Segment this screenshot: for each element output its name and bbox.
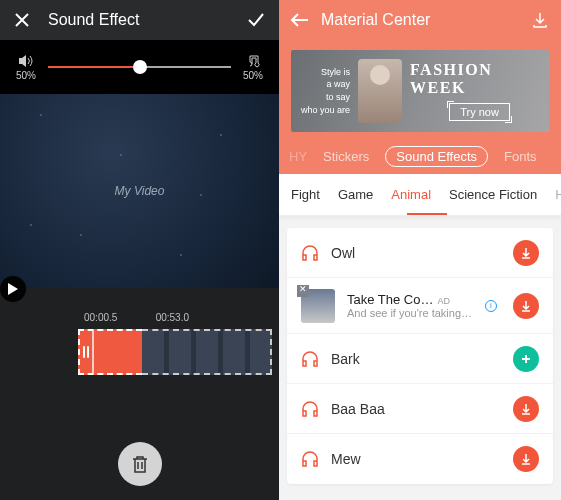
ad-row[interactable]: Take The Co…AD And see if you're taking …	[287, 278, 553, 334]
headphones-icon	[301, 351, 319, 367]
tab-more[interactable]: H	[555, 187, 561, 202]
sound-list: Owl Take The Co…AD And see if you're tak…	[279, 216, 561, 500]
sound-label: Baa Baa	[331, 401, 501, 417]
original-audio-end: 50%	[16, 54, 36, 81]
banner-headline: FASHION WEEK	[410, 61, 549, 97]
video-preview[interactable]: My Video	[0, 94, 279, 288]
mixer-slider[interactable]	[48, 55, 231, 79]
end-time: 00:53.0	[156, 312, 189, 323]
sound-label: Bark	[331, 351, 501, 367]
editor-header: Sound Effect	[0, 0, 279, 40]
download-all-icon[interactable]	[531, 11, 549, 29]
ad-tag: AD	[437, 296, 450, 306]
list-item[interactable]: Baa Baa	[287, 384, 553, 434]
tab-game[interactable]: Game	[338, 187, 373, 202]
banner-cta[interactable]: Try now	[449, 103, 510, 121]
headphones-icon	[301, 451, 319, 467]
mc-title: Material Center	[321, 11, 519, 29]
category-fonts[interactable]: Fonts	[504, 149, 537, 164]
sound-label: Mew	[331, 451, 501, 467]
ad-info-icon[interactable]: i	[485, 300, 497, 312]
category-tabs: HY Stickers Sound Effects Fonts	[279, 138, 561, 174]
ad-thumb	[301, 289, 335, 323]
delete-button[interactable]	[118, 442, 162, 486]
video-clip[interactable]	[142, 329, 272, 375]
list-item[interactable]: Mew	[287, 434, 553, 484]
original-pct: 50%	[16, 70, 36, 81]
video-watermark: My Video	[115, 184, 165, 198]
banner-slogan: Style is a way to say who you are	[301, 66, 350, 116]
speaker-icon	[18, 54, 34, 68]
close-icon[interactable]	[14, 12, 30, 28]
ad-subtitle: And see if you're taking the right F…	[347, 307, 473, 319]
subcategory-tabs: Fight Game Animal Science Fiction H	[279, 174, 561, 216]
back-icon[interactable]	[291, 13, 309, 27]
headphones-icon	[301, 245, 319, 261]
effect-pct: 50%	[243, 70, 263, 81]
editor-title: Sound Effect	[48, 11, 247, 29]
list-item[interactable]: Bark	[287, 334, 553, 384]
download-button[interactable]	[513, 240, 539, 266]
banner-area: Style is a way to say who you are FASHIO…	[279, 40, 561, 150]
confirm-icon[interactable]	[247, 11, 265, 29]
tab-fight[interactable]: Fight	[291, 187, 320, 202]
editor-pane: Sound Effect 50% 50% My Video	[0, 0, 279, 500]
mc-header: Material Center	[279, 0, 561, 40]
clip-handle-left[interactable]	[80, 331, 94, 373]
download-button[interactable]	[513, 293, 539, 319]
headphones-icon	[301, 401, 319, 417]
music-note-icon	[246, 54, 260, 68]
tab-indicator	[407, 213, 447, 215]
tab-animal[interactable]: Animal	[391, 187, 431, 202]
timeline: 00:00.5 00:53.0	[0, 312, 279, 412]
audio-mixer: 50% 50%	[0, 40, 279, 94]
ad-title: Take The Co…	[347, 292, 433, 307]
tab-scifi[interactable]: Science Fiction	[449, 187, 537, 202]
play-button[interactable]	[0, 276, 26, 302]
cut-time: 00:00.5	[84, 312, 117, 323]
fashion-banner[interactable]: Style is a way to say who you are FASHIO…	[291, 50, 549, 132]
download-button[interactable]	[513, 396, 539, 422]
download-button[interactable]	[513, 446, 539, 472]
list-item[interactable]: Owl	[287, 228, 553, 278]
sound-clip[interactable]	[78, 329, 142, 375]
category-sound-effects[interactable]: Sound Effects	[385, 146, 488, 167]
sound-label: Owl	[331, 245, 501, 261]
category-stickers[interactable]: Stickers	[323, 149, 369, 164]
material-center-pane: Material Center Style is a way to say wh…	[279, 0, 561, 500]
banner-model-image	[358, 59, 402, 123]
effect-audio-end: 50%	[243, 54, 263, 81]
category-hy[interactable]: HY	[289, 149, 307, 164]
add-button[interactable]	[513, 346, 539, 372]
